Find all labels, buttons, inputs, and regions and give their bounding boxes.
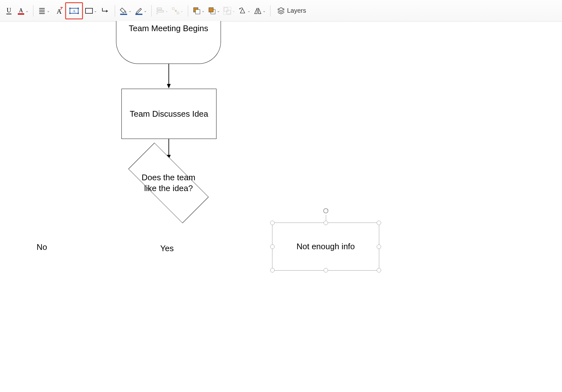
send-to-back-button[interactable]: ⌄ [207, 4, 221, 17]
layers-button[interactable]: Layers [274, 4, 309, 17]
svg-rect-16 [120, 14, 127, 15]
svg-rect-26 [209, 8, 213, 12]
flip-icon [254, 7, 262, 15]
formatting-toolbar: U A ⌄ ⌄ A A ⌄ ⌄ ⌄ ⌄ [0, 0, 562, 22]
drawing-canvas[interactable]: Team Meeting Begins Team Discusses Idea … [0, 22, 562, 392]
resize-handle-w[interactable] [270, 244, 275, 249]
chevron-down-icon: ⌄ [247, 9, 250, 13]
connector-button[interactable] [99, 4, 112, 17]
decision-text: Does the team like the idea? [137, 172, 200, 194]
pen-icon [135, 7, 143, 15]
underline-button[interactable]: U [3, 4, 15, 17]
group-button[interactable]: ⌄ [222, 4, 236, 17]
superscript-button[interactable]: A [52, 4, 65, 17]
distribute-icon [171, 7, 180, 15]
line-spacing-icon [38, 7, 46, 15]
chevron-down-icon: ⌄ [217, 9, 220, 13]
svg-rect-22 [177, 12, 179, 14]
svg-rect-17 [135, 14, 142, 15]
fill-bucket-icon [120, 7, 128, 15]
svg-rect-21 [175, 10, 177, 12]
chevron-down-icon: ⌄ [202, 9, 205, 13]
text-box-icon: A [69, 7, 79, 15]
resize-handle-ne[interactable] [377, 221, 381, 225]
fill-color-button[interactable]: ⌄ [118, 4, 133, 17]
underline-icon: U [5, 7, 13, 15]
arrow-head-icon [167, 84, 171, 88]
terminator-text: Team Meeting Begins [129, 24, 208, 33]
rotate-icon [238, 7, 247, 15]
svg-rect-27 [224, 8, 228, 11]
resize-handle-s[interactable] [324, 268, 328, 272]
decision-shape[interactable]: Does the team like the idea? [135, 158, 202, 208]
label-yes[interactable]: Yes [160, 244, 174, 253]
separator [33, 5, 33, 17]
flip-button[interactable]: ⌄ [252, 4, 267, 17]
svg-rect-18 [157, 8, 161, 10]
chevron-down-icon: ⌄ [180, 9, 183, 13]
svg-rect-15 [86, 8, 93, 13]
svg-rect-28 [227, 10, 230, 14]
svg-rect-14 [78, 13, 79, 14]
process-shape[interactable]: Team Discusses Idea [121, 89, 216, 139]
chevron-down-icon: ⌄ [144, 9, 147, 13]
line-color-button[interactable]: ⌄ [134, 4, 148, 17]
chevron-down-icon: ⌄ [263, 9, 266, 13]
group-icon [223, 7, 231, 15]
svg-rect-13 [69, 13, 71, 14]
svg-rect-11 [69, 8, 71, 9]
svg-rect-19 [157, 10, 163, 12]
rotate-handle-icon [323, 208, 329, 214]
label-no[interactable]: No [37, 242, 47, 252]
separator [115, 5, 115, 17]
bring-front-icon [193, 7, 201, 15]
connector-arrow[interactable] [168, 64, 169, 85]
svg-rect-20 [172, 8, 174, 10]
terminator-shape[interactable]: Team Meeting Begins [116, 21, 221, 64]
rotate-handle[interactable] [323, 208, 329, 214]
align-icon [156, 7, 164, 15]
distribute-button[interactable]: ⌄ [170, 4, 185, 17]
chevron-down-icon: ⌄ [128, 9, 132, 13]
line-spacing-button[interactable]: ⌄ [37, 4, 51, 17]
font-color-icon: A [17, 7, 25, 15]
layers-label: Layers [287, 7, 306, 14]
svg-text:A: A [57, 7, 62, 15]
chevron-down-icon: ⌄ [94, 9, 97, 13]
layers-icon [277, 7, 285, 15]
resize-handle-e[interactable] [377, 244, 381, 249]
svg-text:A: A [19, 7, 23, 14]
send-back-icon [208, 7, 216, 15]
connector-arrow[interactable] [168, 139, 169, 155]
bring-to-front-button[interactable]: ⌄ [191, 4, 206, 17]
svg-rect-29 [223, 7, 231, 15]
shape-outline-button[interactable]: ⌄ [84, 4, 98, 17]
resize-handle-n[interactable] [324, 221, 328, 225]
svg-rect-12 [78, 8, 79, 9]
svg-point-30 [324, 209, 328, 213]
resize-handle-sw[interactable] [270, 268, 275, 272]
svg-text:U: U [7, 7, 11, 14]
superscript-icon: A [53, 7, 63, 15]
resize-handle-se[interactable] [377, 268, 381, 272]
rotate-button[interactable]: ⌄ [237, 4, 252, 17]
separator [270, 5, 271, 17]
text-box-button[interactable]: A [65, 2, 83, 19]
svg-rect-24 [195, 10, 200, 14]
resize-handle-nw[interactable] [270, 221, 275, 225]
chevron-down-icon: ⌄ [25, 9, 29, 13]
selected-text: Not enough info [297, 242, 355, 251]
process-text: Team Discusses Idea [130, 109, 208, 119]
separator [188, 5, 188, 17]
align-objects-button[interactable]: ⌄ [155, 4, 169, 17]
font-color-button[interactable]: A ⌄ [16, 4, 30, 17]
separator [151, 5, 152, 17]
chevron-down-icon: ⌄ [232, 9, 235, 13]
rectangle-icon [85, 7, 93, 14]
svg-text:A: A [72, 9, 76, 13]
chevron-down-icon: ⌄ [165, 9, 168, 13]
selected-text-box[interactable]: Not enough info [272, 223, 379, 271]
chevron-down-icon: ⌄ [47, 9, 50, 13]
svg-rect-3 [18, 13, 24, 15]
connector-icon [101, 7, 109, 15]
